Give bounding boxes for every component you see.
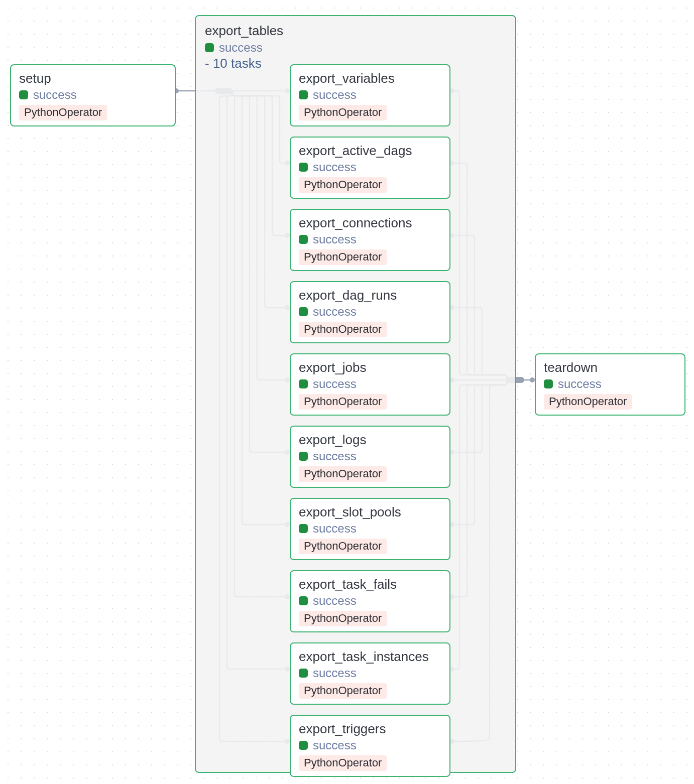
- task-title: setup: [19, 70, 167, 87]
- task-teardown[interactable]: teardown success PythonOperator: [535, 353, 685, 416]
- status-text: success: [313, 160, 357, 174]
- task-export-slot-pools[interactable]: export_slot_pools success PythonOperator: [290, 498, 450, 560]
- dag-graph-canvas[interactable]: setup success PythonOperator export_tabl…: [0, 0, 694, 784]
- status-text: success: [313, 232, 357, 246]
- operator-badge: PythonOperator: [299, 322, 387, 337]
- operator-badge: PythonOperator: [19, 105, 107, 120]
- task-export-active-dags[interactable]: export_active_dags success PythonOperato…: [290, 137, 450, 199]
- task-title: export_active_dags: [299, 143, 441, 159]
- status-row: success: [544, 377, 676, 391]
- status-square-icon: [299, 379, 308, 388]
- operator-badge: PythonOperator: [299, 755, 387, 771]
- group-title: export_tables: [205, 23, 506, 39]
- status-square-icon: [544, 379, 553, 388]
- status-row: success: [299, 521, 441, 536]
- status-square-icon: [299, 307, 308, 316]
- status-square-icon: [299, 452, 308, 461]
- task-title: export_task_instances: [299, 648, 441, 665]
- task-title: export_jobs: [299, 359, 441, 376]
- task-title: export_connections: [299, 215, 441, 231]
- task-title: export_variables: [299, 70, 441, 87]
- status-row: success: [299, 594, 441, 608]
- status-text: success: [219, 41, 263, 55]
- status-square-icon: [299, 669, 308, 678]
- task-title: export_slot_pools: [299, 504, 441, 520]
- task-export-jobs[interactable]: export_jobs success PythonOperator: [290, 353, 450, 416]
- task-title: teardown: [544, 359, 676, 376]
- operator-badge: PythonOperator: [299, 177, 387, 193]
- status-square-icon: [299, 524, 308, 533]
- task-export-task-fails[interactable]: export_task_fails success PythonOperator: [290, 570, 450, 632]
- status-square-icon: [299, 596, 308, 605]
- task-title: export_dag_runs: [299, 287, 441, 304]
- svg-point-23: [530, 377, 535, 382]
- task-export-logs[interactable]: export_logs success PythonOperator: [290, 426, 450, 488]
- status-row: success: [299, 232, 441, 246]
- task-export-connections[interactable]: export_connections success PythonOperato…: [290, 209, 450, 271]
- status-square-icon: [299, 90, 308, 99]
- status-text: success: [33, 88, 77, 102]
- status-text: success: [313, 305, 357, 319]
- status-text: success: [313, 521, 357, 536]
- status-text: success: [313, 449, 357, 463]
- operator-badge: PythonOperator: [299, 611, 387, 626]
- status-text: success: [313, 594, 357, 608]
- status-row: success: [299, 666, 441, 680]
- status-text: success: [313, 738, 357, 752]
- task-title: export_triggers: [299, 721, 441, 737]
- status-square-icon: [19, 90, 28, 99]
- status-row: success: [299, 305, 441, 319]
- operator-badge: PythonOperator: [299, 394, 387, 410]
- operator-badge: PythonOperator: [299, 249, 387, 265]
- status-row: success: [299, 88, 441, 102]
- operator-badge: PythonOperator: [299, 683, 387, 699]
- operator-badge: PythonOperator: [544, 394, 632, 410]
- task-title: export_task_fails: [299, 576, 441, 593]
- task-title: export_logs: [299, 432, 441, 448]
- task-setup[interactable]: setup success PythonOperator: [10, 64, 176, 126]
- status-text: success: [313, 88, 357, 102]
- status-row: success: [299, 160, 441, 174]
- status-row: success: [299, 738, 441, 752]
- task-export-triggers[interactable]: export_triggers success PythonOperator: [290, 715, 450, 777]
- status-text: success: [313, 377, 357, 391]
- status-square-icon: [299, 741, 308, 750]
- status-square-icon: [205, 43, 214, 52]
- status-row: success: [205, 41, 506, 55]
- status-square-icon: [299, 163, 308, 172]
- operator-badge: PythonOperator: [299, 466, 387, 482]
- task-export-variables[interactable]: export_variables success PythonOperator: [290, 64, 450, 126]
- status-row: success: [19, 88, 167, 102]
- task-export-dag-runs[interactable]: export_dag_runs success PythonOperator: [290, 281, 450, 343]
- operator-badge: PythonOperator: [299, 539, 387, 554]
- status-text: success: [558, 377, 602, 391]
- status-row: success: [299, 449, 441, 463]
- status-text: success: [313, 666, 357, 680]
- status-row: success: [299, 377, 441, 391]
- operator-badge: PythonOperator: [299, 105, 387, 120]
- task-export-task-instances[interactable]: export_task_instances success PythonOper…: [290, 642, 450, 705]
- status-square-icon: [299, 235, 308, 244]
